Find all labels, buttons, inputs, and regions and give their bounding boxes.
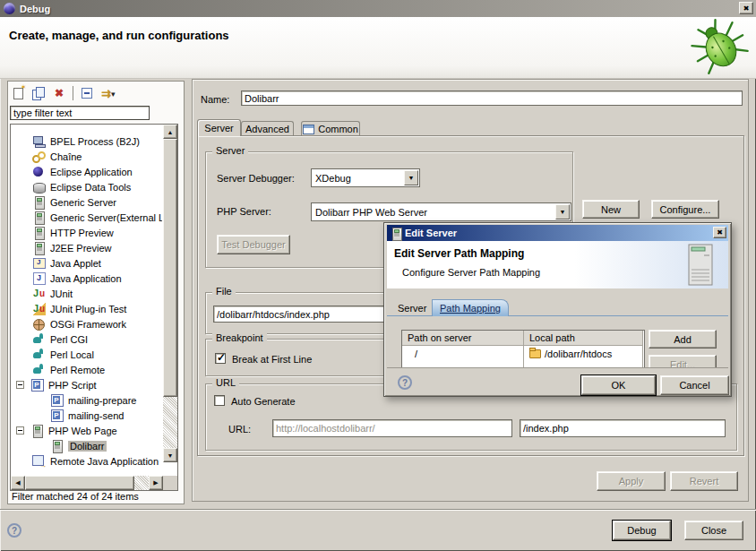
junit-icon (32, 287, 46, 300)
filter-launch-button[interactable] (99, 84, 117, 102)
name-input[interactable] (241, 90, 743, 106)
local-path-cell: /dolibarr/htdocs (524, 346, 643, 361)
horizontal-scrollbar[interactable]: ◀ ▶ (11, 476, 163, 490)
php-icon (50, 393, 64, 407)
new-configuration-button[interactable] (10, 84, 26, 102)
collapse-toggle-icon[interactable] (16, 426, 24, 435)
perl-icon (32, 332, 46, 346)
edit-server-tab-server[interactable]: Server (391, 299, 434, 316)
tree-item-j2ee-preview[interactable]: J2EE Preview (11, 240, 162, 255)
tree-item-http-preview[interactable]: HTTP Preview (11, 225, 162, 240)
tree-item-perl-local[interactable]: Perl Local (11, 347, 162, 362)
tree-item-label: Chaîne (50, 151, 82, 162)
server-icon (30, 424, 44, 437)
edit-server-tab-path-mapping[interactable]: Path Mapping (432, 299, 509, 316)
tree-item-label: Perl Local (50, 349, 94, 360)
tree-item-cha-ne[interactable]: Chaîne (11, 149, 162, 164)
edit-server-close-button[interactable] (713, 227, 726, 238)
tree-item-php-web-page[interactable]: PHP Web Page (11, 423, 162, 438)
table-icon (303, 125, 314, 134)
edit-server-tab-server-label: Server (398, 303, 426, 314)
path-mapping-content: Path on server Local path / /dolibarr/ht… (387, 316, 728, 367)
tree-item-perl-remote[interactable]: Perl Remote (11, 362, 162, 377)
edit-server-title: Edit Server (405, 228, 457, 238)
revert-button[interactable]: Revert (670, 471, 738, 491)
remote-java-icon (32, 454, 46, 468)
debug-bug-icon (690, 19, 749, 74)
collapse-toggle-icon[interactable] (16, 381, 24, 389)
ok-button[interactable]: OK (581, 375, 656, 395)
tree-item-label: JUnit Plug-in Test (50, 304, 126, 314)
help-icon[interactable] (398, 375, 412, 390)
tree-item-php-script[interactable]: PHP Script (11, 377, 162, 392)
collapse-all-button[interactable] (79, 84, 95, 102)
cancel-button[interactable]: Cancel (660, 375, 729, 395)
tree-item-java-application[interactable]: Java Application (11, 271, 162, 286)
collapse-all-icon (82, 88, 92, 99)
server-icon (50, 439, 64, 452)
table-row[interactable]: / /dolibarr/htdocs (402, 346, 644, 361)
tree-item-label: Java Application (50, 273, 122, 284)
tree-item-label: mailing-prepare (68, 395, 136, 406)
tree-item-eclipse-application[interactable]: Eclipse Application (11, 164, 162, 179)
horizontal-scroll-thumb[interactable] (25, 476, 134, 490)
local-path-value: /dolibarr/htdocs (545, 349, 612, 359)
tree-item-bpel-process-b2j[interactable]: BPEL Process (B2J) (11, 133, 162, 149)
filter-input[interactable] (10, 106, 150, 120)
apply-button[interactable]: Apply (597, 471, 666, 491)
tree-item-generic-server-external-la[interactable]: Generic Server(External La (11, 210, 162, 225)
tab-server[interactable]: Server (197, 119, 241, 136)
tree-item-eclipse-data-tools[interactable]: Eclipse Data Tools (11, 179, 162, 194)
tree-item-label: BPEL Process (B2J) (50, 136, 140, 147)
tree-item-label: Generic Server(External La (50, 212, 162, 223)
window-title: Debug (20, 4, 50, 14)
chain-icon (32, 150, 46, 163)
scroll-right-button[interactable]: ▶ (149, 476, 163, 490)
config-toolbar (10, 83, 117, 103)
add-mapping-button[interactable]: Add (649, 330, 717, 349)
tree-item-junit-plug-in-test[interactable]: JUnit Plug-in Test (11, 301, 162, 316)
tree-item-generic-server[interactable]: Generic Server (11, 194, 162, 210)
debug-button[interactable]: Debug (613, 521, 671, 540)
php-icon (30, 378, 44, 392)
edit-mapping-button[interactable]: Edit... (649, 355, 717, 367)
tree-item-mailing-send[interactable]: mailing-send (11, 408, 162, 423)
table-header-row: Path on server Local path (402, 331, 644, 346)
help-icon[interactable] (7, 523, 21, 538)
tree-item-junit[interactable]: JUnit (11, 286, 162, 301)
tree-item-osgi-framework[interactable]: OSGi Framework (11, 316, 162, 331)
scroll-left-button[interactable]: ◀ (11, 476, 25, 490)
delete-configuration-button[interactable] (51, 84, 67, 102)
edit-server-footer: OK Cancel (387, 367, 728, 395)
config-tree: BPEL Process (B2J)ChaîneEclipse Applicat… (11, 133, 162, 469)
vertical-scroll-thumb[interactable] (163, 139, 177, 397)
tree-item-label: Perl CGI (50, 334, 88, 345)
tree-item-label: Remote Java Application (50, 456, 159, 467)
tree-item-label: Perl Remote (50, 365, 105, 375)
tree-item-perl-cgi[interactable]: Perl CGI (11, 331, 162, 347)
config-tree-widget: BPEL Process (B2J)ChaîneEclipse Applicat… (10, 124, 178, 491)
tree-item-remote-java-application[interactable]: Remote Java Application (11, 453, 162, 469)
tab-advanced[interactable]: Advanced (241, 121, 294, 136)
edit-server-heading: Edit Server Path Mapping (394, 247, 524, 260)
close-button[interactable]: Close (684, 521, 743, 540)
vertical-scrollbar[interactable]: ▲ ▼ (163, 125, 177, 462)
scroll-up-button[interactable]: ▲ (163, 125, 177, 139)
edit-server-dialog: Edit Server Edit Server Path Mapping Con… (383, 222, 732, 397)
tree-item-dolibarr[interactable]: Dolibarr (11, 438, 162, 453)
scroll-down-button[interactable]: ▼ (163, 448, 177, 462)
tab-common[interactable]: Common (301, 121, 360, 136)
folder-icon (529, 349, 541, 358)
window-close-button[interactable] (739, 2, 753, 14)
dropdown-caret-icon (111, 88, 116, 99)
tree-item-java-applet[interactable]: Java Applet (11, 255, 162, 271)
filter-status: Filter matched 24 of 24 items (12, 491, 139, 502)
duplicate-configuration-button[interactable] (30, 84, 47, 102)
tree-item-label: Eclipse Data Tools (50, 182, 131, 193)
tree-item-label: HTTP Preview (50, 228, 114, 238)
path-mapping-table[interactable]: Path on server Local path / /dolibarr/ht… (401, 330, 645, 367)
osgi-icon (32, 317, 46, 331)
tree-item-label: PHP Web Page (48, 426, 117, 436)
table-empty-area (402, 361, 644, 367)
tree-item-mailing-prepare[interactable]: mailing-prepare (11, 392, 162, 408)
